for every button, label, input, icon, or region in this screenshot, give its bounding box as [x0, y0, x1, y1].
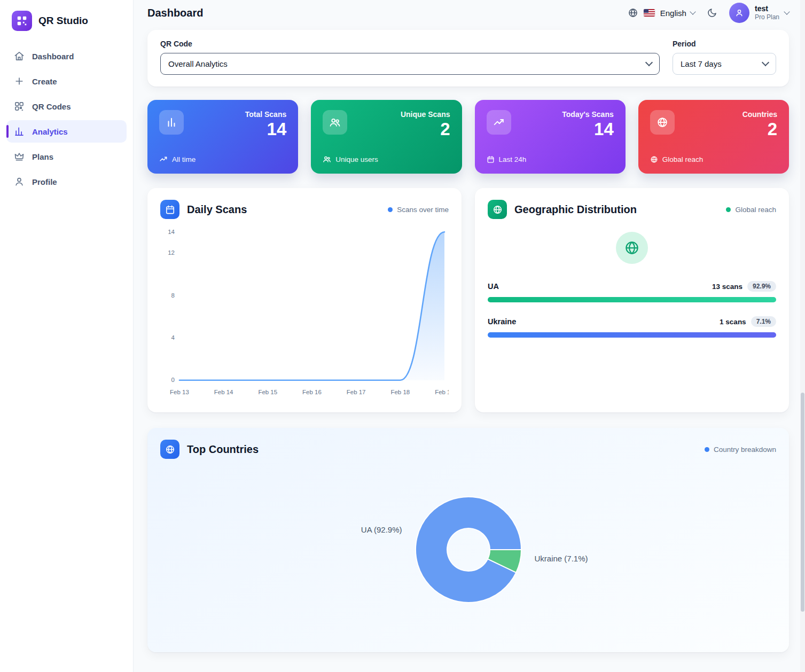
app-title: QR Studio: [38, 15, 88, 27]
legend-label: Country breakdown: [714, 446, 776, 454]
top-countries-title: Top Countries: [187, 443, 259, 456]
daily-scans-chart: 0481214Feb 13Feb 14Feb 15Feb 16Feb 17Feb…: [160, 223, 449, 401]
bar-chart-icon: [14, 126, 25, 137]
calendar-icon: [160, 200, 179, 219]
daily-scans-title: Daily Scans: [187, 204, 247, 216]
sidebar-item-analytics[interactable]: Analytics: [6, 120, 127, 143]
page-title: Dashboard: [147, 7, 203, 19]
sidebar-item-plans[interactable]: Plans: [6, 145, 127, 168]
sidebar-item-create[interactable]: Create: [6, 70, 127, 92]
trending-up-icon: [159, 155, 168, 163]
dark-mode-toggle[interactable]: [707, 7, 717, 18]
daily-scans-legend: Scans over time: [388, 206, 449, 214]
stat-value: 2: [743, 120, 777, 139]
sidebar-item-label: Create: [32, 77, 57, 86]
topbar: Dashboard English te: [134, 0, 805, 26]
main-content: Dashboard English te: [134, 0, 805, 672]
sidebar-item-profile[interactable]: Profile: [6, 170, 127, 193]
svg-text:Feb 16: Feb 16: [302, 389, 322, 395]
qr-code-select-wrap: Overall Analytics: [160, 53, 660, 75]
language-globe-icon: [628, 7, 638, 18]
content: QR Code Overall Analytics Period Last 7 …: [134, 26, 805, 668]
daily-scans-card: Daily Scans Scans over time 0481214Feb 1…: [147, 188, 462, 412]
home-icon: [14, 51, 25, 61]
donut-label-ua: UA (92.9%): [361, 525, 402, 534]
person-icon: [14, 176, 25, 187]
stat-footer-label: Global reach: [662, 155, 704, 163]
qr-studio-logo-icon: [12, 11, 32, 31]
charts-row: Daily Scans Scans over time 0481214Feb 1…: [147, 188, 789, 412]
svg-text:Feb 13: Feb 13: [170, 389, 189, 395]
chevron-down-icon: [784, 9, 790, 14]
avatar: [729, 3, 749, 23]
geo-legend: Global reach: [726, 206, 776, 214]
crown-icon: [14, 151, 25, 162]
sidebar-item-dashboard[interactable]: Dashboard: [6, 45, 127, 67]
stat-card-todays-scans: Today's Scans 14 Last 24h: [475, 100, 626, 174]
topbar-actions: English test Pro Plan: [628, 3, 789, 23]
plus-icon: [14, 76, 25, 87]
stat-value: 14: [245, 120, 287, 139]
scrollbar-thumb[interactable]: [801, 393, 804, 612]
brand[interactable]: QR Studio: [0, 0, 133, 40]
stat-footer-label: Unique users: [335, 155, 378, 163]
stat-footer-label: Last 24h: [499, 155, 527, 163]
svg-text:Feb 15: Feb 15: [258, 389, 277, 395]
stat-card-countries: Countries 2 Global reach: [638, 100, 789, 174]
globe-icon: [650, 110, 675, 135]
sidebar-item-label: Plans: [32, 152, 53, 161]
legend-label: Scans over time: [397, 206, 449, 214]
globe-icon: [488, 200, 507, 219]
country-progress-bar: [488, 332, 776, 338]
stat-title: Countries: [743, 110, 777, 119]
qr-code-select[interactable]: Overall Analytics: [160, 53, 660, 75]
top-countries-card: Top Countries Country breakdown UA (92.9…: [147, 428, 789, 652]
sidebar-item-label: Analytics: [32, 127, 68, 136]
calendar-icon: [487, 155, 495, 163]
trending-up-icon: [487, 110, 511, 135]
stats-row: Total Scans 14 All time: [147, 100, 789, 174]
country-scans: 13 scans: [712, 283, 743, 291]
svg-text:8: 8: [171, 292, 175, 299]
qr-code-label: QR Code: [160, 40, 660, 48]
top-countries-legend: Country breakdown: [705, 446, 776, 454]
svg-text:Feb 19: Feb 19: [435, 389, 449, 395]
svg-text:0: 0: [171, 377, 175, 383]
sidebar-item-label: Profile: [32, 177, 57, 186]
sidebar-item-label: Dashboard: [32, 52, 74, 61]
page-scrollbar[interactable]: [800, 0, 805, 672]
country-name: UA: [488, 282, 499, 291]
country-name: Ukraine: [488, 317, 516, 326]
us-flag-icon: [644, 9, 655, 17]
user-name: test: [755, 4, 779, 14]
svg-text:4: 4: [171, 334, 175, 341]
geo-distribution-title: Geographic Distribution: [514, 204, 637, 216]
geo-distribution-card: Geographic Distribution Global reach UA …: [475, 188, 789, 412]
chevron-down-icon: [690, 9, 695, 14]
donut-label-ukraine: Ukraine (7.1%): [535, 554, 588, 563]
stat-title: Unique Scans: [401, 110, 450, 119]
legend-label: Global reach: [735, 206, 776, 214]
filters-panel: QR Code Overall Analytics Period Last 7 …: [147, 30, 789, 87]
stat-card-unique-scans: Unique Scans 2 Unique users: [311, 100, 462, 174]
user-plan: Pro Plan: [755, 13, 779, 21]
geo-row: UA 13 scans 92.9%: [488, 281, 776, 302]
legend-dot: [726, 207, 731, 212]
language-label: English: [660, 9, 686, 18]
country-pct-badge: 7.1%: [751, 316, 776, 327]
top-countries-donut: [412, 493, 525, 606]
user-menu[interactable]: test Pro Plan: [729, 3, 789, 23]
sidebar-nav: Dashboard Create QR Codes Analytics Plan…: [0, 40, 133, 198]
stat-title: Today's Scans: [562, 110, 613, 119]
period-filter: Period Last 7 days: [673, 40, 776, 75]
country-progress-bar: [488, 297, 776, 302]
sidebar-item-label: QR Codes: [32, 102, 71, 111]
period-select[interactable]: Last 7 days: [673, 53, 776, 75]
users-icon: [323, 110, 347, 135]
sidebar-item-qr-codes[interactable]: QR Codes: [6, 95, 127, 118]
stat-title: Total Scans: [245, 110, 287, 119]
svg-text:Feb 18: Feb 18: [390, 389, 410, 395]
geo-row: Ukraine 1 scans 7.1%: [488, 316, 776, 338]
globe-icon: [650, 155, 658, 163]
language-selector[interactable]: English: [660, 9, 695, 18]
